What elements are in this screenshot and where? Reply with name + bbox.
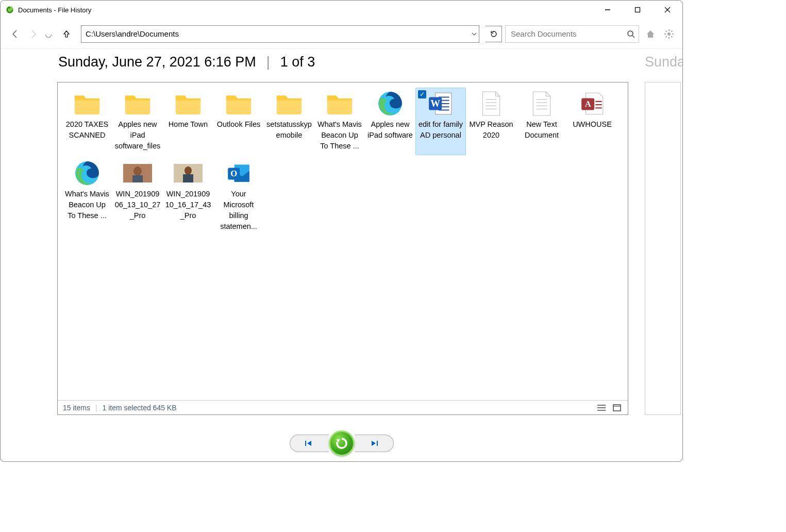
file-label: UWHOUSE xyxy=(573,119,612,130)
settings-button[interactable] xyxy=(662,27,676,41)
file-panel: 2020 TAXES SCANNEDApples new iPad softwa… xyxy=(57,82,628,415)
up-button[interactable] xyxy=(58,26,75,42)
refresh-button[interactable] xyxy=(486,26,502,42)
folder-icon xyxy=(324,90,355,117)
svg-line-14 xyxy=(666,36,667,37)
edge-icon xyxy=(375,90,406,117)
next-snapshot-panel[interactable] xyxy=(645,82,681,415)
file-item[interactable]: Your Microsoft billing statemen... xyxy=(213,157,264,236)
file-label: Your Microsoft billing statemen... xyxy=(215,189,262,232)
file-label: Home Town xyxy=(169,119,208,130)
search-input[interactable] xyxy=(506,29,623,38)
text-icon xyxy=(476,90,507,117)
minimize-button[interactable] xyxy=(593,1,623,19)
next-snapshot-date: Sunday xyxy=(645,54,683,70)
file-item[interactable]: WIN_20190910_16_17_43_Pro xyxy=(163,157,213,236)
file-label: New Text Document xyxy=(519,119,565,141)
svg-rect-2 xyxy=(636,8,640,12)
home-button[interactable] xyxy=(643,27,658,41)
file-label: 2020 TAXES SCANNED xyxy=(64,119,110,141)
content-area: Sunday, June 27, 2021 6:16 PM | 1 of 3 S… xyxy=(1,49,682,430)
address-bar[interactable] xyxy=(81,25,479,43)
back-button[interactable] xyxy=(7,26,23,42)
titlebar: Documents - File History xyxy=(1,1,682,19)
separator: ◡ xyxy=(45,29,52,39)
toolbar: ◡ xyxy=(1,19,682,49)
svg-line-13 xyxy=(671,36,672,37)
app-icon xyxy=(6,6,14,14)
address-dropdown[interactable] xyxy=(469,26,479,42)
file-item[interactable]: New Text Document xyxy=(516,88,567,155)
file-label: edit for family AD personal xyxy=(417,119,464,141)
svg-rect-19 xyxy=(613,405,621,411)
file-label: What's Mavis Beacon Up To These ... xyxy=(316,119,363,152)
file-label: Apples new iPad software_files xyxy=(114,119,161,152)
page-indicator: 1 of 3 xyxy=(280,54,315,70)
folder-icon xyxy=(223,90,254,117)
file-label: setstatusskypemobile xyxy=(266,119,312,141)
file-label: What's Mavis Beacon Up To These ... xyxy=(64,189,110,221)
close-button[interactable] xyxy=(653,1,682,19)
svg-line-6 xyxy=(632,36,634,38)
file-item[interactable]: Home Town xyxy=(163,88,213,155)
status-selection: 1 item selected 645 KB xyxy=(103,404,177,412)
previous-version-button[interactable] xyxy=(290,435,329,452)
file-history-window: Documents - File History ◡ xyxy=(0,0,683,462)
svg-line-12 xyxy=(666,30,667,31)
image1-icon xyxy=(122,160,153,187)
outlook-icon xyxy=(223,160,254,187)
text-icon xyxy=(526,90,557,117)
file-label: Outlook Files xyxy=(217,119,261,130)
access-icon xyxy=(577,90,608,117)
folder-icon xyxy=(274,90,305,117)
file-item[interactable]: What's Mavis Beacon Up To These ... xyxy=(62,157,112,236)
forward-button[interactable] xyxy=(25,26,42,42)
file-label: WIN_20190906_13_10_27_Pro xyxy=(114,189,161,221)
file-item[interactable]: 2020 TAXES SCANNED xyxy=(62,88,112,155)
file-label: WIN_20190910_16_17_43_Pro xyxy=(165,189,211,221)
file-item[interactable]: Apples new iPad software_files xyxy=(112,88,163,155)
address-input[interactable] xyxy=(81,26,469,42)
search-icon[interactable] xyxy=(623,30,639,38)
history-nav-controls xyxy=(290,430,394,456)
icon-grid: 2020 TAXES SCANNEDApples new iPad softwa… xyxy=(58,82,628,399)
file-item[interactable]: setstatusskypemobile xyxy=(264,88,314,155)
file-item[interactable]: What's Mavis Beacon Up To These ... xyxy=(314,88,365,155)
svg-point-7 xyxy=(667,32,671,36)
snapshot-heading: Sunday, June 27, 2021 6:16 PM | 1 of 3 xyxy=(58,54,315,70)
word-icon xyxy=(425,90,456,117)
window-title: Documents - File History xyxy=(18,6,91,14)
snapshot-date: Sunday, June 27, 2021 6:16 PM xyxy=(58,54,256,70)
status-bar: 15 items | 1 item selected 645 KB xyxy=(58,400,628,414)
folder-icon xyxy=(122,90,153,117)
edge-icon xyxy=(72,160,103,187)
file-item[interactable]: Apples new iPad software xyxy=(365,88,415,155)
status-item-count: 15 items xyxy=(63,404,90,412)
file-item[interactable]: Outlook Files xyxy=(213,88,264,155)
view-icons-button[interactable] xyxy=(611,403,623,413)
next-version-button[interactable] xyxy=(355,435,394,452)
svg-line-15 xyxy=(671,30,672,31)
folder-icon xyxy=(72,90,103,117)
maximize-button[interactable] xyxy=(623,1,653,19)
file-item[interactable]: WIN_20190906_13_10_27_Pro xyxy=(112,157,163,236)
restore-button[interactable] xyxy=(329,430,355,456)
file-item[interactable]: UWHOUSE xyxy=(567,88,617,155)
view-list-button[interactable] xyxy=(596,403,607,413)
svg-rect-21 xyxy=(305,441,306,446)
search-box[interactable] xyxy=(505,25,639,43)
image2-icon xyxy=(173,160,204,187)
file-item[interactable]: MVP Reason 2020 xyxy=(466,88,516,155)
svg-point-5 xyxy=(628,31,633,36)
file-label: MVP Reason 2020 xyxy=(468,119,514,141)
file-label: Apples new iPad software xyxy=(367,119,413,141)
file-item[interactable]: edit for family AD personal xyxy=(415,88,466,155)
folder-icon xyxy=(173,90,204,117)
svg-rect-22 xyxy=(377,441,378,446)
